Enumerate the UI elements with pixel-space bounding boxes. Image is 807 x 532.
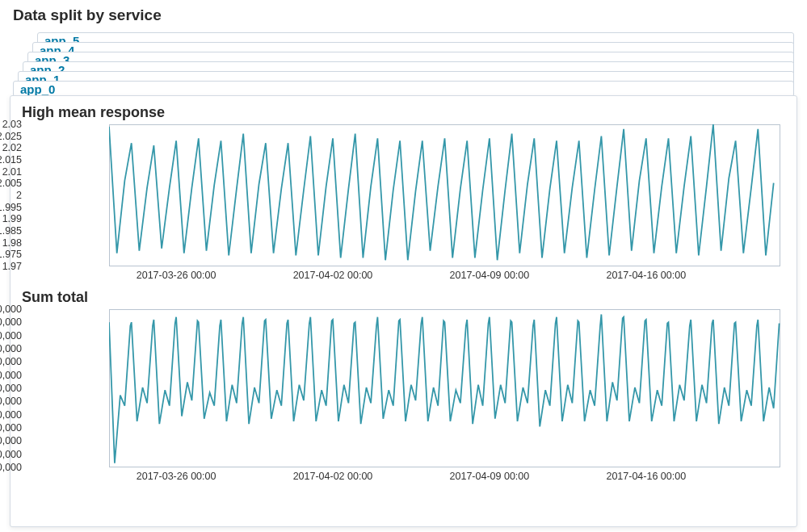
y-tick-label: 1.995 — [0, 202, 22, 213]
y-tick-label: 2.015 — [0, 154, 22, 165]
chart-title-1: Sum total — [22, 289, 785, 306]
y-tick-label: 2.01 — [0, 166, 22, 178]
chart-high-mean-response: High mean response 2.032.0252.022.0152.0… — [22, 104, 785, 286]
y-tick-label: 2 — [0, 190, 22, 201]
y-tick-label: 1.97 — [0, 261, 22, 272]
y-tick-label: 2.005 — [0, 178, 22, 189]
y-tick-label: 2.02 — [0, 142, 22, 153]
y-tick-label: 1.985 — [0, 225, 22, 237]
y-tick-label: 1.98 — [0, 237, 22, 249]
y-tick-label: 1.975 — [0, 249, 22, 260]
y-tick-label: 6,500,000 — [0, 330, 22, 341]
y-tick-label: 6,000,000 — [0, 343, 22, 354]
x-tick-label: 2017-04-09 00:00 — [450, 471, 530, 482]
y-tick-label: 2.025 — [0, 131, 22, 142]
y-tick-label: 1.99 — [0, 213, 22, 224]
y-tick-label: 5,000,000 — [0, 370, 22, 381]
chart-plot-1[interactable]: 7,500,0007,000,0006,500,0006,000,0005,50… — [22, 309, 785, 487]
tab-app-0[interactable]: app_0 — [13, 81, 794, 97]
y-tick-label: 7,000,000 — [0, 316, 22, 328]
x-tick-label: 2017-03-26 00:00 — [137, 471, 216, 482]
y-tick-label: 7,500,000 — [0, 304, 22, 315]
chart-title-0: High mean response — [22, 104, 785, 121]
page-title: Data split by service — [0, 0, 807, 32]
x-tick-label: 2017-04-16 00:00 — [606, 471, 686, 482]
tab-stack: app_5 app_4 app_3 app_2 app_1 app_0 — [13, 32, 794, 97]
x-tick-label: 2017-04-02 00:00 — [293, 270, 373, 281]
y-tick-label: 4,500,000 — [0, 383, 22, 394]
y-tick-label: 2,000,000 — [0, 449, 22, 460]
y-tick-label: 2,500,000 — [0, 435, 22, 446]
x-tick-label: 2017-04-02 00:00 — [293, 471, 373, 482]
active-panel: High mean response 2.032.0252.022.0152.0… — [10, 95, 797, 527]
y-tick-label: 4,000,000 — [0, 396, 22, 407]
x-tick-label: 2017-04-09 00:00 — [450, 270, 530, 281]
y-tick-label: 5,500,000 — [0, 356, 22, 367]
y-tick-label: 3,500,000 — [0, 409, 22, 421]
x-tick-label: 2017-04-16 00:00 — [606, 270, 686, 281]
chart-sum-total: Sum total 7,500,0007,000,0006,500,0006,0… — [22, 289, 785, 487]
series-line — [109, 314, 780, 463]
chart-plot-0[interactable]: 2.032.0252.022.0152.012.00521.9951.991.9… — [22, 124, 785, 286]
series-line — [109, 124, 774, 260]
y-tick-label: 1,500,000 — [0, 462, 22, 473]
y-tick-label: 2.03 — [0, 119, 22, 130]
y-tick-label: 3,000,000 — [0, 422, 22, 434]
x-tick-label: 2017-03-26 00:00 — [137, 270, 216, 281]
